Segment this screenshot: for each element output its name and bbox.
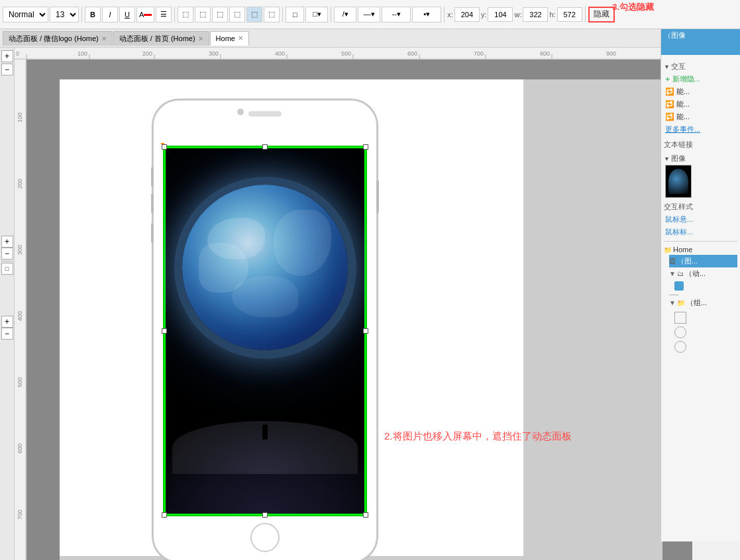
image-section: ▼ 图像 [664, 154, 737, 163]
ability-item2[interactable]: 🔁 能... [664, 98, 737, 111]
cursor-label: 鼠标标... [665, 227, 693, 237]
zoom-in-button2[interactable]: + [1, 236, 13, 248]
justify-button[interactable]: ⬚ [229, 7, 245, 23]
collapse-arrow2[interactable]: ▼ [664, 156, 670, 162]
coord-x: x: [447, 7, 480, 22]
folder-icon: 📁 [664, 246, 672, 254]
svg-text:500: 500 [17, 377, 23, 387]
image-thumbnail[interactable] [665, 165, 692, 198]
ability-item3[interactable]: 🔁 能... [664, 111, 737, 123]
line-button[interactable]: —▾ [358, 7, 380, 23]
tree-group-children [669, 309, 737, 355]
interaction-section: ▼ 交互 [664, 62, 737, 71]
tree-item-group[interactable]: ▼ 📁 （组... [669, 297, 737, 309]
tree-item-home[interactable]: 📁 Home [664, 244, 737, 255]
color1-button[interactable]: □ [286, 7, 304, 23]
tab-home[interactable]: Home ✕ [210, 31, 249, 46]
svg-text:300: 300 [17, 245, 23, 255]
hidden-button[interactable]: 隐藏 [588, 7, 615, 23]
panel-tab-active[interactable] [661, 42, 740, 55]
close-icon[interactable]: ✕ [238, 34, 243, 42]
zoom-out-button[interactable]: − [1, 64, 13, 75]
more-events-label: 更多事件... [665, 124, 700, 134]
svg-text:900: 900 [606, 50, 616, 57]
fit-button[interactable]: □ [1, 263, 13, 275]
dash-button[interactable]: --▾ [382, 7, 411, 23]
person-head [263, 424, 268, 429]
tab-dynamic-logo[interactable]: 动态面板 / 微信logo (Home) ✕ [3, 31, 113, 46]
divider5 [444, 7, 445, 23]
stroke-button[interactable]: /▾ [334, 7, 356, 23]
tree-image-label: （图... [677, 256, 698, 266]
ability-item1[interactable]: 🔁 能... [664, 85, 737, 98]
phone-speaker [248, 111, 282, 117]
tree-sub-children [669, 280, 737, 292]
tab-label: 动态面板 / 首页 (Home) [119, 34, 195, 44]
tree-home-label: Home [673, 246, 692, 254]
tree-children: 🖼 （图... ▼ 🗂 （动... ▼ [664, 255, 737, 355]
panel-scroll[interactable]: ▼ 交互 + 新增隐... 🔁 能... 🔁 能... 🔁 能... 更多事件.… [664, 58, 737, 539]
ability-icon1: 🔁 [665, 87, 674, 96]
interaction-style-section: 交互样式 [664, 202, 737, 212]
h-input[interactable] [557, 7, 582, 22]
expand-icon[interactable]: ▼ [669, 270, 676, 277]
hover-style-item[interactable]: 鼠标悬... [664, 213, 737, 226]
expand-icon2[interactable]: ▼ [669, 299, 676, 306]
collapse-arrow[interactable]: ▼ [664, 64, 670, 70]
hover-label: 鼠标悬... [665, 214, 693, 224]
shape-circle1[interactable] [674, 326, 686, 338]
plus-icon: + [665, 74, 670, 84]
cursor-style-item[interactable]: 鼠标标... [664, 226, 737, 238]
style-select[interactable]: Normal [3, 7, 48, 23]
align-right-button[interactable]: ⬚ [212, 7, 228, 23]
zoom-in-button3[interactable]: + [1, 316, 13, 328]
tab-dynamic-home[interactable]: 动态面板 / 首页 (Home) ✕ [113, 31, 209, 46]
w-input[interactable] [523, 7, 548, 22]
shape-items [674, 309, 737, 355]
zoom-out-button3[interactable]: − [1, 328, 13, 340]
align-r2-button[interactable]: ⬚ [264, 7, 280, 23]
svg-text:700: 700 [474, 50, 484, 57]
zoom-in-button[interactable]: + [1, 50, 13, 62]
svg-text:700: 700 [17, 510, 23, 520]
phone-screen [164, 147, 366, 515]
svg-text:600: 600 [407, 50, 417, 57]
more-events-link[interactable]: 更多事件... [664, 123, 737, 136]
x-input[interactable] [454, 7, 480, 22]
italic-button[interactable]: I [102, 7, 118, 23]
new-interaction-button[interactable]: + 新增隐... [664, 73, 737, 85]
align-l2-button[interactable]: ⬚ [246, 7, 262, 23]
color2-button[interactable]: □▾ [305, 7, 328, 23]
align-center-button[interactable]: ⬚ [195, 7, 211, 23]
font-size-select[interactable]: 13 [50, 7, 79, 23]
image-layer-icon: 🖼 [669, 257, 676, 265]
thumb-inner [668, 169, 688, 194]
list-button[interactable]: ☰ [156, 7, 172, 23]
close-icon[interactable]: ✕ [198, 35, 203, 42]
tab-label: Home [216, 34, 235, 42]
zoom-out-button2[interactable]: − [1, 248, 13, 259]
panel-title: （图像 [661, 29, 740, 42]
text-color-button[interactable]: A [136, 7, 154, 23]
section-label: 交互 [671, 62, 686, 71]
tree-item-sub[interactable] [674, 280, 737, 292]
underline-button[interactable]: U [119, 7, 135, 23]
svg-text:100: 100 [17, 113, 23, 122]
y-input[interactable] [488, 7, 513, 22]
bold-button[interactable]: B [85, 7, 101, 23]
phone-home-button[interactable] [250, 523, 280, 552]
tree-spacer [669, 295, 737, 295]
tree-item-image[interactable]: 🖼 （图... [669, 255, 737, 267]
h-label: h: [549, 11, 555, 19]
close-icon[interactable]: ✕ [101, 35, 107, 42]
shape-circle2[interactable] [674, 341, 686, 353]
tree-item-dynamic[interactable]: ▼ 🗂 （动... [669, 267, 737, 280]
tree-group-label: （组... [686, 298, 707, 308]
shape-rect1[interactable] [674, 312, 686, 324]
dynamic-panel-icon: 🗂 [677, 270, 684, 277]
divider-panel [664, 241, 737, 242]
align-left-button[interactable]: ⬚ [178, 7, 193, 23]
canvas-area[interactable]: 2.将图片也移入屏幕中，遮挡住了动态面板 [26, 60, 692, 560]
opacity-button[interactable]: ▪▾ [412, 7, 441, 23]
svg-text:800: 800 [540, 50, 550, 57]
